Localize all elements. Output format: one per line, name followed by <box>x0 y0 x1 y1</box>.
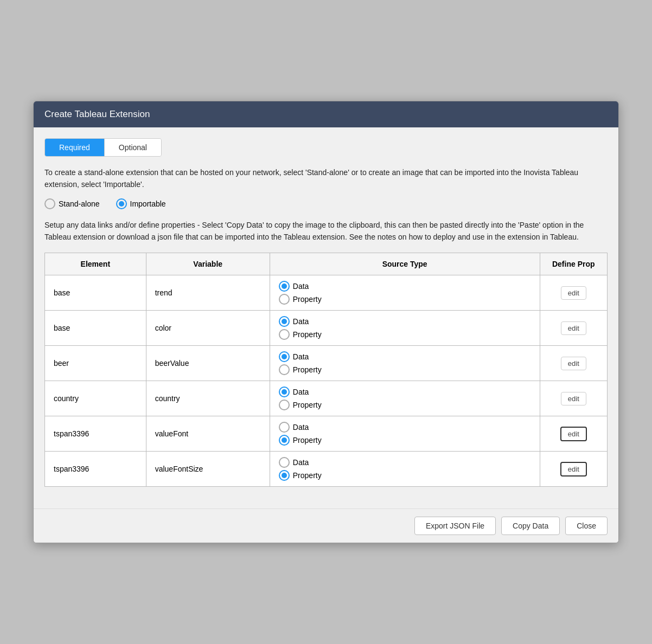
header-variable: Variable <box>146 253 270 275</box>
standalone-option[interactable]: Stand-alone <box>44 198 100 209</box>
cell-define-1: edit <box>540 311 607 346</box>
content-area: Required Optional To create a stand-alon… <box>34 127 618 509</box>
data-label-4: Data <box>293 423 309 432</box>
cell-define-4: edit <box>540 416 607 452</box>
data-label-1: Data <box>293 317 309 326</box>
property-radio-5[interactable] <box>279 470 290 481</box>
property-label-4: Property <box>293 436 322 445</box>
header-source-type: Source Type <box>270 253 540 275</box>
table-row: tspan3396valueFontSizeDataPropertyedit <box>45 452 608 487</box>
title-bar: Create Tableau Extension <box>34 101 618 127</box>
cell-variable-0: trend <box>146 275 270 311</box>
importable-radio[interactable] <box>116 198 127 209</box>
data-radio-0[interactable] <box>279 281 290 292</box>
property-radio-0[interactable] <box>279 294 290 305</box>
table-row: tspan3396valueFontDataPropertyedit <box>45 416 608 452</box>
cell-define-3: edit <box>540 381 607 416</box>
property-label-3: Property <box>293 401 322 409</box>
tabs-container: Required Optional <box>44 138 162 157</box>
data-label-3: Data <box>293 388 309 396</box>
header-define-prop: Define Prop <box>540 253 607 275</box>
cell-source-0: DataProperty <box>270 275 540 311</box>
cell-element-2: beer <box>45 346 146 381</box>
property-label-5: Property <box>293 471 322 480</box>
cell-element-4: tspan3396 <box>45 416 146 452</box>
cell-define-0: edit <box>540 275 607 311</box>
data-label-0: Data <box>293 282 309 291</box>
tab-required[interactable]: Required <box>45 139 104 156</box>
cell-variable-3: country <box>146 381 270 416</box>
data-table: Element Variable Source Type Define Prop… <box>44 253 608 487</box>
table-row: beerbeerValueDataPropertyedit <box>45 346 608 381</box>
cell-source-5: DataProperty <box>270 452 540 487</box>
dialog: Create Tableau Extension Required Option… <box>33 101 619 544</box>
dialog-title: Create Tableau Extension <box>44 109 150 119</box>
cell-variable-5: valueFontSize <box>146 452 270 487</box>
footer: Export JSON File Copy Data Close <box>34 508 618 543</box>
cell-source-3: DataProperty <box>270 381 540 416</box>
cell-variable-2: beerValue <box>146 346 270 381</box>
cell-source-4: DataProperty <box>270 416 540 452</box>
standalone-label: Stand-alone <box>59 199 100 208</box>
cell-define-2: edit <box>540 346 607 381</box>
edit-button-3[interactable]: edit <box>561 392 586 405</box>
data-radio-5[interactable] <box>279 457 290 468</box>
standalone-radio[interactable] <box>44 198 55 209</box>
property-label-1: Property <box>293 330 322 339</box>
description-text: To create a stand-alone extension that c… <box>44 166 608 191</box>
export-json-button[interactable]: Export JSON File <box>414 517 496 535</box>
property-radio-1[interactable] <box>279 329 290 340</box>
data-label-5: Data <box>293 458 309 467</box>
setup-text: Setup any data links and/or define prope… <box>44 219 608 243</box>
edit-button-1[interactable]: edit <box>561 321 586 335</box>
edit-button-5[interactable]: edit <box>560 462 587 476</box>
table-header-row: Element Variable Source Type Define Prop <box>45 253 608 275</box>
cell-element-5: tspan3396 <box>45 452 146 487</box>
data-radio-2[interactable] <box>279 351 290 362</box>
edit-button-0[interactable]: edit <box>561 286 586 300</box>
data-label-2: Data <box>293 352 309 361</box>
data-radio-1[interactable] <box>279 316 290 327</box>
data-radio-4[interactable] <box>279 422 290 433</box>
table-row: basecolorDataPropertyedit <box>45 311 608 346</box>
edit-button-2[interactable]: edit <box>561 357 586 370</box>
cell-define-5: edit <box>540 452 607 487</box>
radio-group: Stand-alone Importable <box>44 198 608 209</box>
table-row: countrycountryDataPropertyedit <box>45 381 608 416</box>
close-button[interactable]: Close <box>565 517 608 535</box>
property-radio-4[interactable] <box>279 435 290 446</box>
data-radio-3[interactable] <box>279 387 290 397</box>
tab-optional[interactable]: Optional <box>104 139 161 156</box>
table-row: basetrendDataPropertyedit <box>45 275 608 311</box>
cell-source-1: DataProperty <box>270 311 540 346</box>
header-element: Element <box>45 253 146 275</box>
importable-option[interactable]: Importable <box>116 198 166 209</box>
copy-data-button[interactable]: Copy Data <box>501 517 560 535</box>
cell-variable-4: valueFont <box>146 416 270 452</box>
importable-label: Importable <box>130 199 166 208</box>
cell-element-0: base <box>45 275 146 311</box>
property-radio-3[interactable] <box>279 400 290 410</box>
property-label-0: Property <box>293 295 322 304</box>
cell-variable-1: color <box>146 311 270 346</box>
cell-element-1: base <box>45 311 146 346</box>
property-radio-2[interactable] <box>279 364 290 375</box>
cell-source-2: DataProperty <box>270 346 540 381</box>
cell-element-3: country <box>45 381 146 416</box>
edit-button-4[interactable]: edit <box>560 427 587 441</box>
property-label-2: Property <box>293 365 322 374</box>
